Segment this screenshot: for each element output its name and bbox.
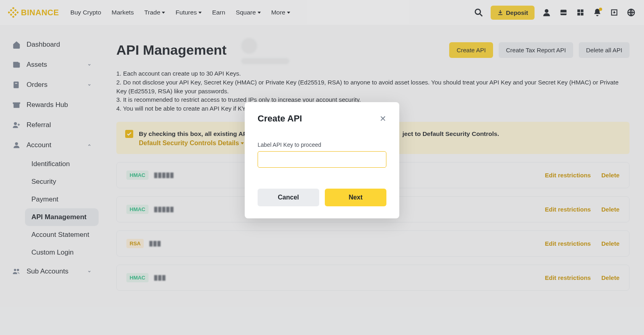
modal-overlay[interactable]: Create API ✕ Label API Key to proceed Ca…: [0, 0, 644, 335]
modal-input-label: Label API Key to proceed: [258, 142, 386, 148]
close-icon[interactable]: ✕: [380, 114, 386, 123]
cancel-button[interactable]: Cancel: [258, 189, 319, 206]
next-button[interactable]: Next: [325, 189, 386, 206]
api-label-input[interactable]: [258, 151, 386, 168]
modal-title: Create API: [258, 113, 302, 124]
create-api-modal: Create API ✕ Label API Key to proceed Ca…: [245, 102, 399, 218]
